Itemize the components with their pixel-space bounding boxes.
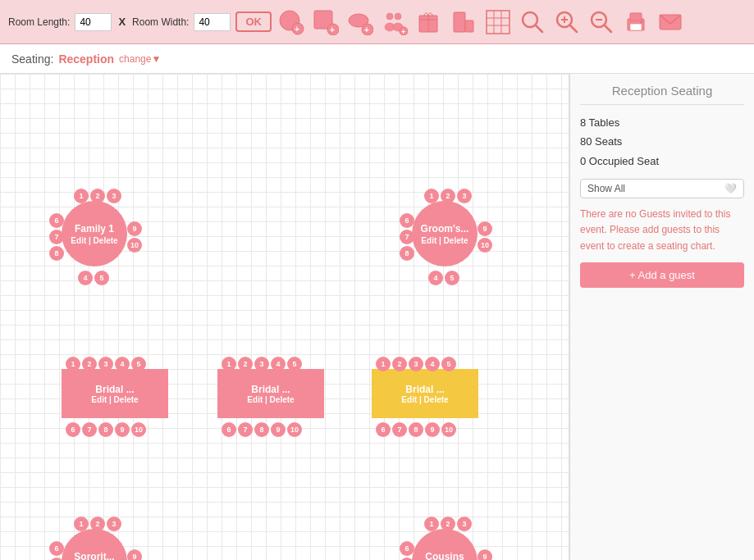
seat[interactable]: 3 xyxy=(107,517,121,531)
table-group-grooms[interactable]: Groom's... Edit | Delete 12367891045 xyxy=(395,184,510,299)
table-actions[interactable]: Edit | Delete xyxy=(91,395,138,404)
delete-link[interactable]: Delete xyxy=(444,236,468,245)
seat[interactable]: 3 xyxy=(457,189,472,203)
seat[interactable]: 5 xyxy=(131,357,146,371)
table-group-bridal1[interactable]: Bridal ... Edit | Delete 12345678910 xyxy=(45,353,185,451)
seat[interactable]: 6 xyxy=(400,213,414,228)
table-actions[interactable]: Edit | Delete xyxy=(401,395,448,404)
seat[interactable]: 2 xyxy=(441,189,455,203)
table-body-bridal1[interactable]: Bridal ... Edit | Delete xyxy=(62,369,168,418)
table-body-sororit[interactable]: Sororit... Edit | Delete xyxy=(62,529,127,560)
table-body-grooms[interactable]: Groom's... Edit | Delete xyxy=(412,201,478,266)
seat[interactable]: 3 xyxy=(254,357,269,371)
room-length-input[interactable] xyxy=(75,13,112,31)
seat[interactable]: 3 xyxy=(457,517,472,531)
seating-canvas[interactable]: Family 1 Edit | Delete 12367891045Groom'… xyxy=(0,74,569,560)
table-group-sororit[interactable]: Sororit... Edit | Delete 12367891045 xyxy=(45,512,160,560)
edit-link[interactable]: Edit xyxy=(247,395,263,404)
edit-link[interactable]: Edit xyxy=(401,395,417,404)
seat[interactable]: 10 xyxy=(127,238,142,253)
seat[interactable]: 10 xyxy=(478,238,492,253)
seat[interactable]: 9 xyxy=(478,549,492,560)
seat[interactable]: 2 xyxy=(82,357,97,371)
table-actions[interactable]: Edit | Delete xyxy=(71,236,117,245)
search-button[interactable] xyxy=(518,7,547,37)
print-button[interactable] xyxy=(621,7,651,37)
ok-button[interactable]: OK xyxy=(235,11,272,32)
seat[interactable]: 8 xyxy=(98,422,113,437)
seat[interactable]: 9 xyxy=(425,422,440,437)
edit-link[interactable]: Edit xyxy=(421,236,436,245)
seat[interactable]: 4 xyxy=(115,357,130,371)
oval-tool-button[interactable]: + xyxy=(345,7,375,37)
seat[interactable]: 7 xyxy=(400,230,414,244)
seat[interactable]: 1 xyxy=(424,517,439,531)
seat[interactable]: 3 xyxy=(98,357,113,371)
seat[interactable]: 3 xyxy=(107,189,121,203)
seat[interactable]: 8 xyxy=(409,422,423,437)
seat[interactable]: 8 xyxy=(254,422,269,437)
seat[interactable]: 1 xyxy=(74,517,89,531)
edit-link[interactable]: Edit xyxy=(71,236,86,245)
delete-link[interactable]: Delete xyxy=(424,395,449,404)
change-event-link[interactable]: change▼ xyxy=(119,53,161,65)
table-group-bridal2[interactable]: Bridal ... Edit | Delete 12345678910 xyxy=(201,353,340,451)
table-body-cousins[interactable]: Cousins Edit | Delete xyxy=(412,529,478,560)
seat[interactable]: 9 xyxy=(271,422,286,437)
seat[interactable]: 2 xyxy=(90,189,105,203)
seat[interactable]: 9 xyxy=(127,221,142,236)
seat[interactable]: 7 xyxy=(82,422,97,437)
show-all-dropdown[interactable]: Show All 🤍 xyxy=(580,179,744,198)
seat[interactable]: 7 xyxy=(49,230,64,244)
seat[interactable]: 7 xyxy=(238,422,253,437)
table-group-cousins[interactable]: Cousins Edit | Delete 12367891045 xyxy=(395,512,510,560)
table-group-bridal3[interactable]: Bridal ... Edit | Delete 12345678910 xyxy=(355,353,495,451)
seat[interactable]: 6 xyxy=(66,422,80,437)
seat[interactable]: 5 xyxy=(287,357,302,371)
table-body-bridal2[interactable]: Bridal ... Edit | Delete xyxy=(217,369,324,418)
seat[interactable]: 1 xyxy=(66,357,80,371)
seat[interactable]: 2 xyxy=(238,357,253,371)
seat[interactable]: 8 xyxy=(400,246,414,261)
seat[interactable]: 6 xyxy=(376,422,391,437)
seat[interactable]: 6 xyxy=(49,213,64,228)
seat[interactable]: 10 xyxy=(287,422,302,437)
seat[interactable]: 1 xyxy=(222,357,236,371)
gift-tool-button[interactable] xyxy=(414,7,444,37)
seat[interactable]: 3 xyxy=(409,357,423,371)
door-tool-button[interactable] xyxy=(449,7,478,37)
seat[interactable]: 5 xyxy=(94,271,109,285)
grid-tool-button[interactable] xyxy=(483,7,513,37)
table-actions[interactable]: Edit | Delete xyxy=(247,395,294,404)
seat[interactable]: 10 xyxy=(441,422,456,437)
seat[interactable]: 2 xyxy=(90,517,105,531)
seat[interactable]: 4 xyxy=(428,271,443,285)
seat[interactable]: 9 xyxy=(115,422,130,437)
seat[interactable]: 10 xyxy=(131,422,146,437)
zoom-in-button[interactable] xyxy=(552,7,582,37)
circle-tool-button[interactable]: + xyxy=(276,7,306,37)
seat[interactable]: 1 xyxy=(376,357,391,371)
add-guest-button[interactable]: + Add a guest xyxy=(580,262,744,288)
seat[interactable]: 6 xyxy=(222,422,236,437)
seat[interactable]: 2 xyxy=(392,357,407,371)
table-body-bridal3[interactable]: Bridal ... Edit | Delete xyxy=(372,369,478,418)
square-tool-button[interactable]: + xyxy=(311,7,340,37)
seat[interactable]: 4 xyxy=(271,357,286,371)
seat[interactable]: 2 xyxy=(441,517,455,531)
table-actions[interactable]: Edit | Delete xyxy=(421,236,468,245)
seat[interactable]: 9 xyxy=(478,221,492,236)
seat[interactable]: 6 xyxy=(49,541,64,556)
edit-link[interactable]: Edit xyxy=(91,395,107,404)
email-button[interactable] xyxy=(656,7,685,37)
seat[interactable]: 9 xyxy=(127,549,142,560)
delete-link[interactable]: Delete xyxy=(270,395,295,404)
delete-link[interactable]: Delete xyxy=(114,395,139,404)
seat[interactable]: 4 xyxy=(425,357,440,371)
seat[interactable]: 4 xyxy=(78,271,93,285)
seat[interactable]: 1 xyxy=(424,189,439,203)
seat[interactable]: 6 xyxy=(400,541,414,556)
zoom-out-button[interactable] xyxy=(587,7,616,37)
seat[interactable]: 5 xyxy=(441,357,456,371)
seat[interactable]: 7 xyxy=(392,422,407,437)
